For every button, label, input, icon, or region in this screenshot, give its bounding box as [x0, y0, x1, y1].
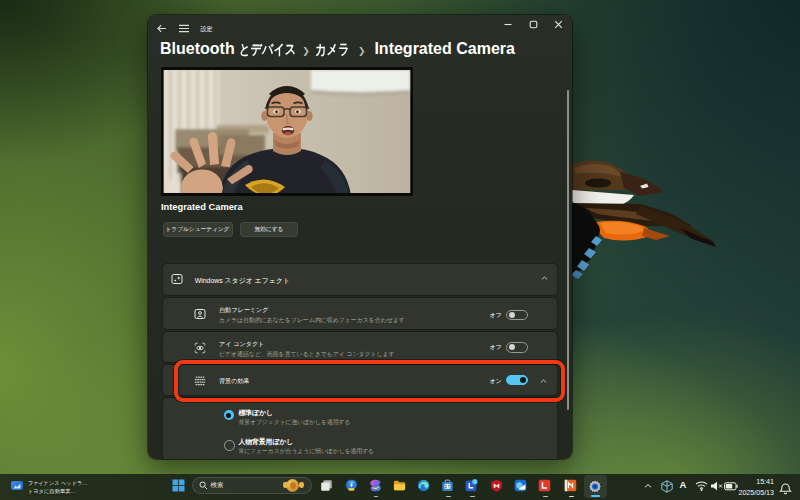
svg-text:1: 1: [474, 479, 476, 484]
